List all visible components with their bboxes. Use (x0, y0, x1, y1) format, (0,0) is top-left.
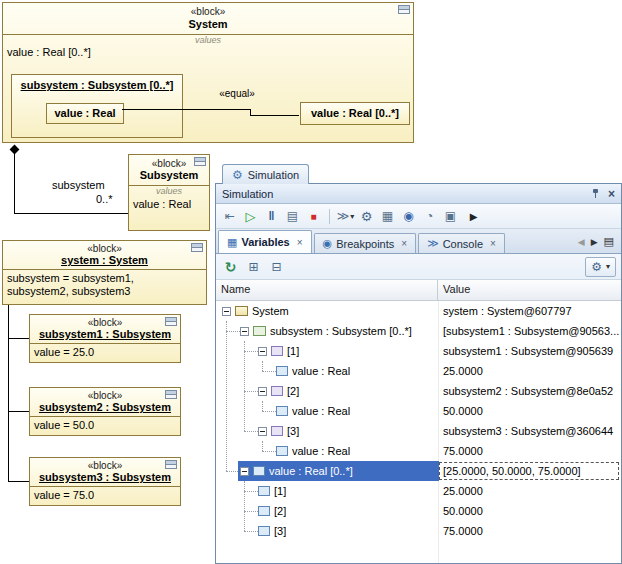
subsystem3-instance-block[interactable]: «block» subsystem3 : Subsystem value = 7… (29, 457, 181, 506)
tab-close-icon[interactable]: × (401, 238, 407, 249)
slot-value-text: subsystem2, subsystem3 (7, 285, 131, 297)
tree-row-subsystem-3-value[interactable]: value : Real 75.0000 (216, 441, 621, 461)
node-value[interactable]: 50.0000 (439, 501, 621, 521)
simulation-panel-tab[interactable]: ⚙ Simulation (222, 164, 309, 184)
node-value[interactable]: [subsystem1 : Subsystem@90563... (439, 321, 621, 341)
prev-tab-icon[interactable]: ◀ (578, 237, 585, 247)
tab-console[interactable]: ≫ Console × (418, 233, 505, 253)
node-value[interactable]: subsystem2 : Subsystem@8e0a52 (439, 381, 621, 401)
subsystem1-instance-block[interactable]: «block» subsystem1 : Subsystem value = 2… (29, 314, 181, 363)
tree-row-subsystem-2-value[interactable]: value : Real 50.0000 (216, 401, 621, 421)
instance-name: system : System (3, 254, 206, 266)
window-title: Simulation (222, 188, 273, 200)
animate-speed-icon[interactable]: ≫▾ (336, 207, 355, 226)
instance-link-line[interactable] (8, 411, 29, 412)
collapse-toggle[interactable] (258, 347, 267, 356)
tab-close-icon[interactable]: × (297, 237, 303, 248)
pin-icon[interactable] (591, 188, 601, 199)
tree-row-value-list-selected[interactable]: value : Real [0..*] [25.0000, 50.0000, 7… (216, 461, 621, 481)
association-multiplicity-label: 0..* (96, 193, 113, 205)
node-value-text: 25.0000 (443, 485, 483, 497)
simulation-toolbar: ⇤ ▷ ‖ ▤ ■ ≫▾ ⚙ ▦ ◉ ◔ ▣ ▶ (216, 204, 621, 229)
node-value[interactable]: 75.0000 (439, 521, 621, 541)
node-value-text: 25.0000 (443, 365, 483, 377)
collapse-toggle[interactable] (240, 467, 249, 476)
tree-row-subsystem-1[interactable]: [1] subsystem1 : Subsystem@905639 (216, 341, 621, 361)
instance-stereotype: «block» (3, 243, 206, 254)
instance-link-line[interactable] (8, 338, 29, 339)
column-header-value[interactable]: Value (438, 280, 621, 300)
tab-breakpoints[interactable]: ◉ Breakpoints × (314, 233, 417, 253)
close-icon[interactable]: × (608, 188, 615, 200)
equal-connector-line[interactable] (122, 109, 250, 110)
part-value-property-box[interactable]: value : Real (46, 103, 124, 124)
instance-link-line[interactable] (8, 481, 29, 482)
reset-icon[interactable]: ⇤ (220, 207, 239, 226)
slot-value-text: value = 75.0 (34, 489, 94, 501)
node-value-editor[interactable]: [25.0000, 50.0000, 75.0000] (439, 462, 619, 480)
export-icon[interactable]: ⊞ (244, 257, 263, 276)
node-value[interactable]: system : System@607797 (439, 301, 621, 321)
column-header-name[interactable]: Name (216, 280, 438, 300)
system-instance-block[interactable]: «block» system : System subsystem = subs… (2, 240, 207, 305)
tree-row-subsystem-1-value[interactable]: value : Real 25.0000 (216, 361, 621, 381)
node-value[interactable]: 75.0000 (439, 441, 621, 461)
tab-list-icon[interactable]: ▤ (604, 235, 614, 248)
system-block[interactable]: «block» System values value : Real [0..*… (2, 2, 414, 143)
subsystem2-instance-block[interactable]: «block» subsystem2 : Subsystem value = 5… (29, 387, 181, 436)
tree-row-subsystem-list[interactable]: subsystem : Subsystem [0..*] [subsystem1… (216, 321, 621, 341)
breakpoint-icon: ◉ (323, 237, 333, 250)
stop-icon[interactable]: ■ (304, 207, 323, 226)
collapse-all-icon[interactable]: ⊟ (267, 257, 286, 276)
animate-glyph: ≫ (337, 209, 350, 223)
value-node-icon (276, 406, 288, 416)
tree-row-system[interactable]: System system : System@607797 (216, 301, 621, 321)
tree-row-subsystem-2[interactable]: [2] subsystem2 : Subsystem@8e0a52 (216, 381, 621, 401)
value-property-box[interactable]: value : Real [0..*] (300, 102, 410, 125)
tree-row-value-1[interactable]: [1] 25.0000 (216, 481, 621, 501)
subsystem-value-attribute: value : Real (133, 198, 191, 210)
tree-row-subsystem-3[interactable]: [3] subsystem3 : Subsystem@360644 (216, 421, 621, 441)
tab-label: Variables (241, 236, 289, 248)
pages-icon[interactable]: ▤ (283, 207, 302, 226)
subsystem-part-name: subsystem : Subsystem [0..*] (12, 79, 182, 91)
node-label: [1] (274, 485, 286, 497)
block-corner-icon (165, 460, 177, 469)
association-role-label: subsystem (52, 179, 105, 191)
subsystem-part-box[interactable]: subsystem : Subsystem [0..*] value : Rea… (11, 74, 183, 138)
run-icon[interactable]: ▷ (241, 207, 260, 226)
tab-variables[interactable]: ▦ Variables × (218, 230, 312, 253)
tab-close-icon[interactable]: × (490, 238, 496, 249)
node-value[interactable]: subsystem1 : Subsystem@905639 (439, 341, 621, 361)
slot-value-text: value = 50.0 (34, 419, 94, 431)
subsystem-block[interactable]: «block» Subsystem values value : Real (128, 154, 210, 231)
equal-connector-line[interactable] (250, 115, 299, 116)
node-label: [3] (287, 425, 299, 437)
node-value[interactable]: 50.0000 (439, 401, 621, 421)
tree-row-value-2[interactable]: [2] 50.0000 (216, 501, 621, 521)
more-icon[interactable]: ▶ (464, 207, 483, 226)
next-tab-icon[interactable]: ▶ (591, 237, 598, 247)
node-value[interactable]: subsystem3 : Subsystem@360644 (439, 421, 621, 441)
node-value-text: subsystem2 : Subsystem@8e0a52 (443, 385, 613, 397)
collapse-toggle[interactable] (258, 427, 267, 436)
windows-icon[interactable]: ▦ (378, 207, 397, 226)
tree-row-value-3[interactable]: [3] 75.0000 (216, 521, 621, 541)
timer-icon[interactable]: ◔ (420, 207, 439, 226)
composition-line[interactable] (14, 213, 128, 214)
collapse-toggle[interactable] (258, 387, 267, 396)
record-icon[interactable]: ◉ (399, 207, 418, 226)
node-value[interactable]: 25.0000 (439, 481, 621, 501)
node-value[interactable]: 25.0000 (439, 361, 621, 381)
pause-icon[interactable]: ‖ (262, 207, 281, 226)
composition-line[interactable] (14, 152, 15, 213)
options-menu-button[interactable]: ⚙ ▾ (585, 257, 616, 277)
slot-value-text: subsystem = subsystem1, (7, 272, 134, 284)
options-gear-icon[interactable]: ⚙ (357, 207, 376, 226)
collapse-toggle[interactable] (240, 327, 249, 336)
refresh-icon[interactable]: ↻ (221, 257, 240, 276)
collapse-toggle[interactable] (222, 307, 231, 316)
snapshot-icon[interactable]: ▣ (441, 207, 460, 226)
instance-link-line[interactable] (8, 305, 9, 481)
node-value-text: subsystem1 : Subsystem@905639 (443, 345, 613, 357)
